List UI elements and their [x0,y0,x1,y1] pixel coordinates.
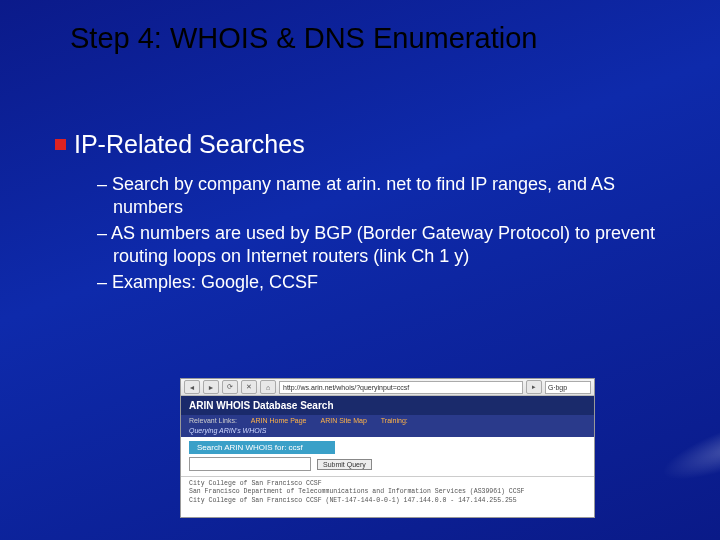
bullet-item: AS numbers are used by BGP (Border Gatew… [97,222,680,267]
result-line: City College of San Francisco CCSF [189,480,322,487]
arin-links-row: Relevant Links: ARIN Home Page ARIN Site… [181,415,594,426]
result-line: City College of San Francisco CCSF (NET-… [189,497,517,504]
bullet-icon [55,139,66,150]
bullet-item: Search by company name at arin. net to f… [97,173,680,218]
home-button[interactable]: ⌂ [260,380,276,394]
arin-search-input[interactable] [189,457,311,471]
search-value: bgp [555,384,567,391]
arin-results: City College of San Francisco CCSF San F… [181,477,594,508]
decorative-flare [656,428,720,493]
slide-body: IP-Related Searches Search by company na… [55,130,680,298]
back-button[interactable]: ◄ [184,380,200,394]
slide-title: Step 4: WHOIS & DNS Enumeration [70,22,680,55]
forward-button[interactable]: ► [203,380,219,394]
arin-search-row: Submit Query [181,454,594,477]
go-button[interactable]: ▸ [526,380,542,394]
bullet-item: Examples: Google, CCSF [97,271,680,294]
arin-home-link[interactable]: ARIN Home Page [251,417,307,424]
reload-button[interactable]: ⟳ [222,380,238,394]
stop-button[interactable]: ✕ [241,380,257,394]
browser-toolbar: ◄ ► ⟳ ✕ ⌂ http://ws.arin.net/whois/?quer… [181,379,594,396]
arin-subtitle: Querying ARIN's WHOIS [181,426,594,437]
body-heading-row: IP-Related Searches [55,130,680,159]
arin-search-label: Search ARIN WHOIS for: ccsf [189,441,335,454]
body-heading: IP-Related Searches [74,130,305,159]
arin-sitemap-link[interactable]: ARIN Site Map [321,417,367,424]
submit-query-button[interactable]: Submit Query [317,459,372,470]
result-line: San Francisco Department of Telecommunic… [189,488,524,495]
slide: Step 4: WHOIS & DNS Enumeration IP-Relat… [0,0,720,540]
arin-training-link[interactable]: Training: [381,417,408,424]
relevant-links-label: Relevant Links: [189,417,237,424]
browser-search[interactable]: G·bgp [545,381,591,394]
search-engine-prefix: G [548,384,553,391]
embedded-screenshot: ◄ ► ⟳ ✕ ⌂ http://ws.arin.net/whois/?quer… [180,378,595,518]
arin-header: ARIN WHOIS Database Search [181,396,594,415]
url-bar[interactable]: http://ws.arin.net/whois/?queryinput=ccs… [279,381,523,394]
